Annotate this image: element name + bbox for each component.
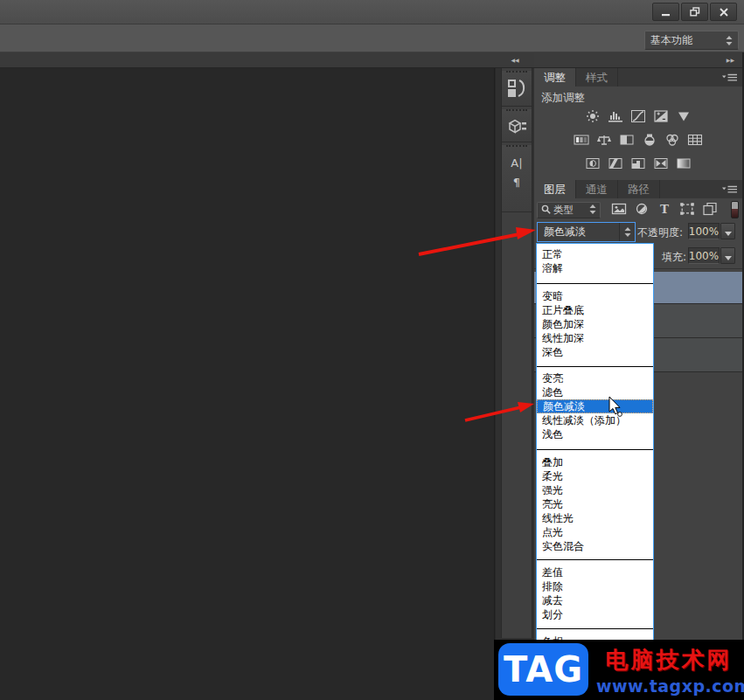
blend-option-group: 变亮滤色颜色减淡线性减淡（添加）浅色: [537, 366, 653, 449]
blend-option[interactable]: 变亮: [537, 371, 653, 385]
dock-column: A| ¶: [501, 68, 532, 638]
blend-mode-select[interactable]: 颜色减淡: [537, 222, 636, 242]
panel-menu-icon[interactable]: [722, 185, 737, 194]
type-layers-filter-icon[interactable]: T: [657, 202, 672, 216]
watermark-title: 电脑技术网: [596, 645, 741, 676]
blend-option[interactable]: 线性加深: [537, 331, 653, 345]
exposure-icon[interactable]: [651, 107, 671, 124]
workspace-label: 基本功能: [650, 33, 692, 48]
selective-color-icon[interactable]: [674, 155, 694, 171]
adjustment-layers-filter-icon[interactable]: [634, 202, 650, 216]
minimize-button[interactable]: [652, 3, 679, 21]
3d-panel-icon: [502, 115, 532, 138]
filter-type-label: 类型: [553, 204, 574, 217]
blend-option[interactable]: 减去: [537, 593, 653, 607]
blend-option[interactable]: 亮光: [537, 497, 653, 511]
blend-option[interactable]: 正常: [537, 247, 653, 261]
tab-adjustments[interactable]: 调整: [534, 68, 576, 87]
blend-option[interactable]: 差值: [537, 565, 653, 579]
blend-option[interactable]: 滤色: [537, 385, 653, 399]
photo-filter-icon[interactable]: [640, 131, 660, 148]
blend-option[interactable]: 排除: [537, 579, 653, 593]
blend-option[interactable]: 溶解: [537, 261, 653, 275]
collapsed-panel-dock: ◀◀ A| ¶: [496, 52, 534, 700]
paragraph-panel-icon[interactable]: ¶: [502, 176, 532, 189]
vibrance-icon[interactable]: [674, 107, 694, 124]
invert-icon[interactable]: [583, 155, 603, 171]
blend-option[interactable]: 划分: [537, 607, 653, 621]
blend-option[interactable]: 变暗: [537, 289, 653, 303]
watermark-url: www.tagxp.com: [596, 676, 741, 696]
levels-icon[interactable]: [606, 107, 626, 124]
blend-option-group: 正常溶解: [537, 244, 653, 283]
restore-icon: [690, 3, 700, 20]
character-panel-icon[interactable]: A|: [502, 156, 532, 170]
blend-option[interactable]: 线性光: [537, 511, 653, 525]
close-button[interactable]: [710, 3, 737, 21]
search-icon: [541, 204, 551, 217]
hue-saturation-icon[interactable]: [572, 131, 592, 148]
curves-icon[interactable]: [629, 107, 649, 124]
color-balance-icon[interactable]: [595, 131, 615, 148]
caret-down-icon: [725, 247, 732, 264]
channel-mixer-icon[interactable]: [663, 131, 683, 148]
blend-option[interactable]: 深色: [537, 345, 653, 359]
panel-menu-icon[interactable]: [722, 73, 737, 82]
brightness-contrast-icon[interactable]: [583, 107, 603, 124]
smart-objects-filter-icon[interactable]: [702, 202, 718, 216]
tab-layers[interactable]: 图层: [534, 180, 576, 198]
tab-channels[interactable]: 通道: [576, 180, 618, 198]
blend-option-group: 叠加柔光强光亮光线性光点光实色混合: [537, 449, 653, 559]
adjustments-panel: 添加调整: [534, 87, 742, 180]
layer-filter-toggle[interactable]: [731, 201, 739, 218]
fill-dropdown-button[interactable]: [720, 247, 735, 264]
grip-handle: [506, 71, 527, 76]
watermark: TAG 电脑技术网 www.tagxp.com: [494, 640, 744, 700]
title-bar: [0, 0, 744, 24]
black-white-icon[interactable]: [617, 131, 637, 148]
gradient-map-icon[interactable]: [651, 155, 671, 171]
collapse-right-icon[interactable]: ▶▶: [727, 57, 734, 63]
blend-option[interactable]: 点光: [537, 525, 653, 539]
blend-option[interactable]: 浅色: [537, 427, 653, 441]
document-tab-strip: [0, 52, 496, 68]
blend-option[interactable]: 叠加: [537, 455, 653, 469]
collapse-left-icon: ◀◀: [511, 57, 518, 63]
menu-bar: 基本功能: [0, 24, 744, 52]
svg-text:T: T: [660, 202, 669, 216]
shape-layers-filter-icon[interactable]: [679, 202, 695, 216]
watermark-logo-text: TAG: [504, 649, 583, 690]
clone-source-icon: [502, 77, 532, 100]
blend-option-selected[interactable]: 颜色减淡: [537, 399, 653, 413]
posterize-icon[interactable]: [606, 155, 626, 171]
grip-handle: [506, 145, 527, 150]
blend-option[interactable]: 柔光: [537, 469, 653, 483]
fill-value: 100%: [689, 250, 719, 262]
watermark-logo: TAG: [498, 643, 588, 696]
spin-arrows-icon: [589, 204, 596, 217]
layer-filter-type-select[interactable]: 类型: [537, 202, 601, 218]
grip-handle: [506, 109, 527, 114]
color-lookup-icon[interactable]: [685, 131, 706, 148]
restore-button[interactable]: [681, 3, 708, 21]
blend-option[interactable]: 实色混合: [537, 539, 653, 553]
dock-collapse-button[interactable]: ◀◀: [496, 52, 534, 68]
workspace-selector[interactable]: 基本功能: [644, 31, 739, 50]
pixel-layers-filter-icon[interactable]: [611, 202, 627, 216]
fill-label: 填充:: [662, 250, 686, 265]
opacity-dropdown-button[interactable]: [720, 223, 735, 239]
blend-option[interactable]: 正片叠底: [537, 303, 653, 317]
blend-option[interactable]: 强光: [537, 483, 653, 497]
blend-option[interactable]: 线性减淡（添加）: [537, 413, 653, 427]
tab-paths[interactable]: 路径: [618, 180, 660, 198]
3d-panel-button[interactable]: [502, 109, 532, 142]
opacity-value: 100%: [689, 225, 719, 238]
clone-source-panel-button[interactable]: [502, 71, 532, 107]
threshold-icon[interactable]: [629, 155, 649, 171]
opacity-value-box[interactable]: 100%: [688, 223, 720, 239]
fill-value-box[interactable]: 100%: [688, 247, 720, 264]
tab-styles[interactable]: 样式: [576, 68, 618, 87]
adjustments-tab-bar: 调整样式: [534, 68, 742, 87]
blend-option[interactable]: 颜色加深: [537, 317, 653, 331]
type-panels-button[interactable]: A| ¶: [502, 145, 532, 212]
